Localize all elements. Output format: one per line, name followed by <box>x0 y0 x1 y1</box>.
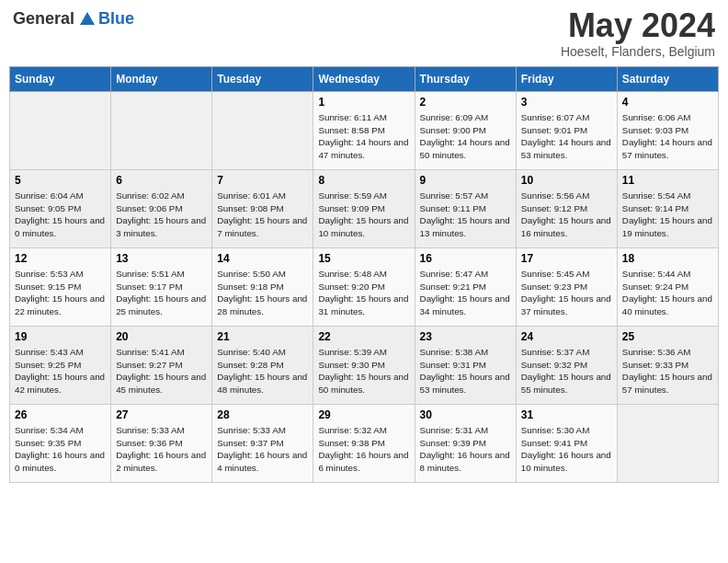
day-detail: Sunrise: 5:53 AMSunset: 9:15 PMDaylight:… <box>15 268 106 318</box>
calendar-day-11: 11Sunrise: 5:54 AMSunset: 9:14 PMDayligh… <box>617 170 718 248</box>
day-number: 19 <box>15 330 106 343</box>
weekday-header-saturday: Saturday <box>617 67 718 92</box>
calendar-day-2: 2Sunrise: 6:09 AMSunset: 9:00 PMDaylight… <box>415 92 516 170</box>
calendar-day-6: 6Sunrise: 6:02 AMSunset: 9:06 PMDaylight… <box>111 170 212 248</box>
day-detail: Sunrise: 5:47 AMSunset: 9:21 PMDaylight:… <box>420 268 511 318</box>
day-number: 24 <box>521 330 612 343</box>
calendar-week-row: 1Sunrise: 6:11 AMSunset: 8:58 PMDaylight… <box>10 92 719 170</box>
calendar-table: SundayMondayTuesdayWednesdayThursdayFrid… <box>9 66 719 483</box>
day-detail: Sunrise: 6:01 AMSunset: 9:08 PMDaylight:… <box>217 190 308 240</box>
weekday-header-tuesday: Tuesday <box>212 67 313 92</box>
calendar-day-30: 30Sunrise: 5:31 AMSunset: 9:39 PMDayligh… <box>415 405 516 483</box>
weekday-header-row: SundayMondayTuesdayWednesdayThursdayFrid… <box>10 67 719 92</box>
day-number: 1 <box>318 96 409 109</box>
day-number: 10 <box>521 174 612 187</box>
day-detail: Sunrise: 5:43 AMSunset: 9:25 PMDaylight:… <box>15 346 106 396</box>
day-detail: Sunrise: 5:48 AMSunset: 9:20 PMDaylight:… <box>318 268 409 318</box>
calendar-day-29: 29Sunrise: 5:32 AMSunset: 9:38 PMDayligh… <box>313 405 415 483</box>
day-detail: Sunrise: 5:30 AMSunset: 9:41 PMDaylight:… <box>521 424 612 475</box>
calendar-day-22: 22Sunrise: 5:39 AMSunset: 9:30 PMDayligh… <box>313 327 415 405</box>
day-number: 5 <box>15 174 106 187</box>
calendar-week-row: 5Sunrise: 6:04 AMSunset: 9:05 PMDaylight… <box>10 170 719 248</box>
location-title: Hoeselt, Flanders, Belgium <box>561 44 715 59</box>
day-number: 2 <box>420 96 511 109</box>
day-detail: Sunrise: 5:33 AMSunset: 9:36 PMDaylight:… <box>116 424 207 475</box>
day-number: 11 <box>622 174 713 187</box>
day-number: 7 <box>217 174 308 187</box>
day-number: 15 <box>318 252 409 265</box>
weekday-header-monday: Monday <box>111 67 212 92</box>
day-detail: Sunrise: 5:50 AMSunset: 9:18 PMDaylight:… <box>217 268 308 318</box>
day-detail: Sunrise: 5:40 AMSunset: 9:28 PMDaylight:… <box>217 346 308 396</box>
calendar-day-3: 3Sunrise: 6:07 AMSunset: 9:01 PMDaylight… <box>516 92 617 170</box>
day-detail: Sunrise: 5:37 AMSunset: 9:32 PMDaylight:… <box>521 346 612 396</box>
logo-icon <box>78 10 97 29</box>
calendar-week-row: 19Sunrise: 5:43 AMSunset: 9:25 PMDayligh… <box>10 327 719 405</box>
calendar-day-28: 28Sunrise: 5:33 AMSunset: 9:37 PMDayligh… <box>212 405 313 483</box>
logo-general: General <box>13 9 74 29</box>
calendar-day-7: 7Sunrise: 6:01 AMSunset: 9:08 PMDaylight… <box>212 170 313 248</box>
day-detail: Sunrise: 5:34 AMSunset: 9:35 PMDaylight:… <box>15 424 106 475</box>
day-number: 29 <box>318 408 409 421</box>
day-number: 14 <box>217 252 308 265</box>
day-number: 17 <box>521 252 612 265</box>
calendar-day-15: 15Sunrise: 5:48 AMSunset: 9:20 PMDayligh… <box>313 248 415 327</box>
calendar-day-9: 9Sunrise: 5:57 AMSunset: 9:11 PMDaylight… <box>415 170 516 248</box>
day-detail: Sunrise: 5:36 AMSunset: 9:33 PMDaylight:… <box>622 346 713 396</box>
day-number: 13 <box>116 252 207 265</box>
calendar-day-20: 20Sunrise: 5:41 AMSunset: 9:27 PMDayligh… <box>111 327 212 405</box>
calendar-day-8: 8Sunrise: 5:59 AMSunset: 9:09 PMDaylight… <box>313 170 415 248</box>
calendar-empty-cell <box>10 92 111 170</box>
day-number: 27 <box>116 408 207 421</box>
day-number: 12 <box>15 252 106 265</box>
day-number: 6 <box>116 174 207 187</box>
day-detail: Sunrise: 6:04 AMSunset: 9:05 PMDaylight:… <box>15 190 106 240</box>
logo-blue: Blue <box>98 9 134 29</box>
day-detail: Sunrise: 5:56 AMSunset: 9:12 PMDaylight:… <box>521 190 612 240</box>
day-detail: Sunrise: 6:02 AMSunset: 9:06 PMDaylight:… <box>116 190 207 240</box>
calendar-empty-cell <box>212 92 313 170</box>
day-detail: Sunrise: 5:39 AMSunset: 9:30 PMDaylight:… <box>318 346 409 396</box>
day-detail: Sunrise: 5:45 AMSunset: 9:23 PMDaylight:… <box>521 268 612 318</box>
day-detail: Sunrise: 5:54 AMSunset: 9:14 PMDaylight:… <box>622 190 713 240</box>
svg-marker-0 <box>80 12 95 25</box>
day-number: 18 <box>622 252 713 265</box>
calendar-day-26: 26Sunrise: 5:34 AMSunset: 9:35 PMDayligh… <box>10 405 111 483</box>
weekday-header-wednesday: Wednesday <box>313 67 415 92</box>
day-number: 28 <box>217 408 308 421</box>
day-number: 20 <box>116 330 207 343</box>
calendar-day-27: 27Sunrise: 5:33 AMSunset: 9:36 PMDayligh… <box>111 405 212 483</box>
day-detail: Sunrise: 5:41 AMSunset: 9:27 PMDaylight:… <box>116 346 207 396</box>
calendar-day-23: 23Sunrise: 5:38 AMSunset: 9:31 PMDayligh… <box>415 327 516 405</box>
calendar-week-row: 26Sunrise: 5:34 AMSunset: 9:35 PMDayligh… <box>10 405 719 483</box>
calendar-day-16: 16Sunrise: 5:47 AMSunset: 9:21 PMDayligh… <box>415 248 516 327</box>
calendar-day-18: 18Sunrise: 5:44 AMSunset: 9:24 PMDayligh… <box>617 248 718 327</box>
calendar-day-24: 24Sunrise: 5:37 AMSunset: 9:32 PMDayligh… <box>516 327 617 405</box>
day-detail: Sunrise: 5:51 AMSunset: 9:17 PMDaylight:… <box>116 268 207 318</box>
day-detail: Sunrise: 5:57 AMSunset: 9:11 PMDaylight:… <box>420 190 511 240</box>
calendar-day-13: 13Sunrise: 5:51 AMSunset: 9:17 PMDayligh… <box>111 248 212 327</box>
day-detail: Sunrise: 5:59 AMSunset: 9:09 PMDaylight:… <box>318 190 409 240</box>
day-number: 3 <box>521 96 612 109</box>
day-detail: Sunrise: 6:11 AMSunset: 8:58 PMDaylight:… <box>318 111 409 162</box>
calendar-day-5: 5Sunrise: 6:04 AMSunset: 9:05 PMDaylight… <box>10 170 111 248</box>
calendar-day-21: 21Sunrise: 5:40 AMSunset: 9:28 PMDayligh… <box>212 327 313 405</box>
calendar-day-4: 4Sunrise: 6:06 AMSunset: 9:03 PMDaylight… <box>617 92 718 170</box>
calendar-empty-cell <box>617 405 718 483</box>
day-number: 22 <box>318 330 409 343</box>
weekday-header-sunday: Sunday <box>10 67 111 92</box>
calendar-week-row: 12Sunrise: 5:53 AMSunset: 9:15 PMDayligh… <box>10 248 719 327</box>
day-number: 16 <box>420 252 511 265</box>
logo: General Blue <box>13 9 134 29</box>
calendar-empty-cell <box>111 92 212 170</box>
calendar-day-31: 31Sunrise: 5:30 AMSunset: 9:41 PMDayligh… <box>516 405 617 483</box>
calendar-day-10: 10Sunrise: 5:56 AMSunset: 9:12 PMDayligh… <box>516 170 617 248</box>
day-detail: Sunrise: 5:38 AMSunset: 9:31 PMDaylight:… <box>420 346 511 396</box>
day-number: 8 <box>318 174 409 187</box>
month-title: May 2024 <box>561 9 715 42</box>
day-number: 23 <box>420 330 511 343</box>
day-detail: Sunrise: 6:07 AMSunset: 9:01 PMDaylight:… <box>521 111 612 162</box>
day-detail: Sunrise: 6:09 AMSunset: 9:00 PMDaylight:… <box>420 111 511 162</box>
calendar-day-19: 19Sunrise: 5:43 AMSunset: 9:25 PMDayligh… <box>10 327 111 405</box>
day-number: 31 <box>521 408 612 421</box>
